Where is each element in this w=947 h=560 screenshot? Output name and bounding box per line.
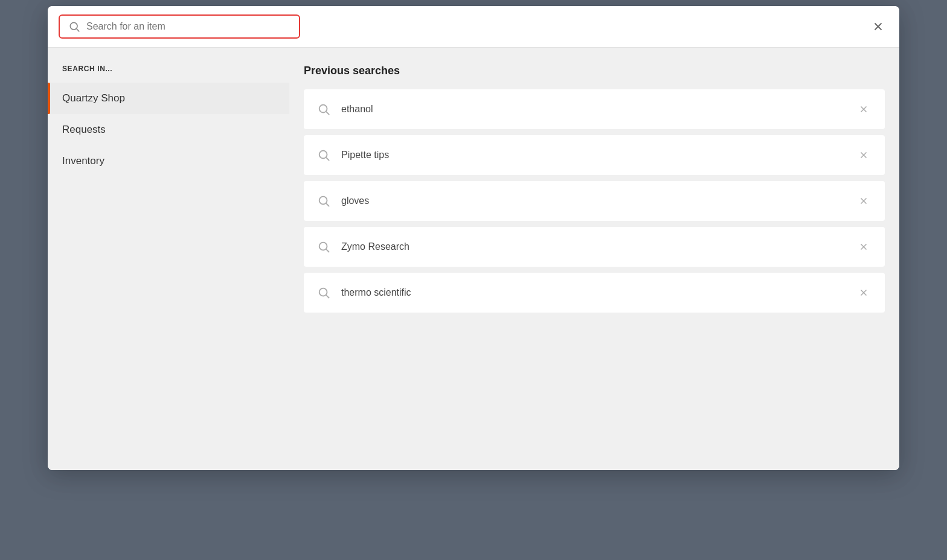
sidebar-item-label: Inventory [62,155,104,167]
search-icon [317,286,330,299]
sidebar-item-inventory[interactable]: Inventory [48,145,289,177]
search-modal: SEARCH IN... Quartzy Shop Requests Inven… [48,6,899,470]
main-content: Previous searches ethanol [289,48,899,470]
remove-result-button[interactable] [856,239,872,255]
list-item[interactable]: thermo scientific [304,273,885,313]
svg-line-1 [77,29,80,32]
search-icon [317,240,330,253]
result-label: Pipette tips [341,150,856,161]
result-label: Zymo Research [341,241,856,252]
modal-overlay: SEARCH IN... Quartzy Shop Requests Inven… [0,0,947,560]
svg-line-21 [326,295,329,298]
svg-line-13 [326,203,329,206]
sidebar-item-label: Requests [62,124,106,136]
close-modal-button[interactable] [869,18,887,36]
remove-result-button[interactable] [856,193,872,209]
search-in-label: SEARCH IN... [48,65,289,83]
svg-point-20 [319,288,327,296]
search-input[interactable] [86,21,291,32]
svg-point-4 [319,105,327,113]
result-label: ethanol [341,104,856,115]
svg-line-9 [326,158,329,161]
search-results-list: ethanol Pipette tips [304,89,885,313]
search-icon [317,148,330,162]
svg-point-12 [319,197,327,205]
svg-line-5 [326,112,329,115]
result-label: thermo scientific [341,287,856,298]
remove-result-button[interactable] [856,147,872,163]
list-item[interactable]: Zymo Research [304,227,885,267]
previous-searches-title: Previous searches [304,65,885,77]
remove-result-button[interactable] [856,101,872,117]
search-bar [48,6,899,48]
list-item[interactable]: ethanol [304,89,885,129]
remove-result-button[interactable] [856,285,872,301]
sidebar: SEARCH IN... Quartzy Shop Requests Inven… [48,48,289,470]
list-item[interactable]: gloves [304,181,885,221]
svg-line-17 [326,249,329,252]
sidebar-item-label: Quartzy Shop [62,92,125,104]
svg-point-8 [319,151,327,159]
list-item[interactable]: Pipette tips [304,135,885,175]
search-icon [68,21,80,33]
search-input-wrapper [59,14,300,39]
search-icon [317,103,330,116]
sidebar-item-requests[interactable]: Requests [48,114,289,145]
sidebar-item-quartzy-shop[interactable]: Quartzy Shop [48,83,289,114]
result-label: gloves [341,196,856,206]
search-icon [317,194,330,208]
svg-point-16 [319,243,327,250]
modal-body: SEARCH IN... Quartzy Shop Requests Inven… [48,48,899,470]
svg-point-0 [70,22,77,30]
